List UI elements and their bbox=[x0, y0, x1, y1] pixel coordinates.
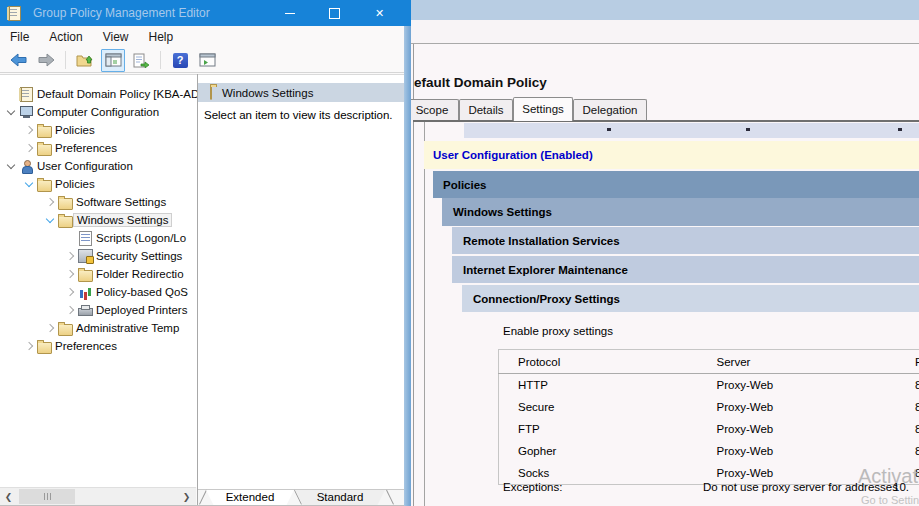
tree-item-windows-settings[interactable]: Windows Settings bbox=[0, 211, 197, 229]
report-left-border bbox=[424, 122, 425, 506]
background-toolbar-strip bbox=[411, 20, 919, 44]
tab-details[interactable]: Details bbox=[459, 99, 513, 120]
tab-extended[interactable]: Extended bbox=[206, 490, 294, 506]
window-right-border[interactable] bbox=[404, 26, 411, 506]
gpo-report-title: efault Domain Policy bbox=[414, 75, 547, 90]
col-protocol: Protocol bbox=[499, 350, 716, 374]
chevron-collapsed-icon[interactable] bbox=[43, 199, 57, 205]
tree-item-user-configuration[interactable]: User Configuration bbox=[0, 157, 197, 175]
tab-scope[interactable]: Scope bbox=[405, 99, 459, 120]
scroll-left-button[interactable]: ❮ bbox=[0, 488, 17, 505]
forward-button[interactable] bbox=[35, 50, 57, 71]
close-icon: ✕ bbox=[375, 8, 384, 19]
tab-standard[interactable]: Standard bbox=[295, 490, 385, 506]
chevron-collapsed-icon[interactable] bbox=[22, 127, 36, 133]
menu-view[interactable]: View bbox=[93, 30, 139, 44]
table-row: Secure Proxy-Web 8080 bbox=[499, 396, 919, 418]
cell-protocol: Secure bbox=[499, 396, 716, 418]
scroll-right-button[interactable]: ❯ bbox=[178, 488, 195, 505]
show-console-tree-button[interactable] bbox=[101, 49, 125, 72]
back-button[interactable] bbox=[8, 50, 30, 71]
proxy-table-header: Protocol Server Port bbox=[499, 350, 919, 374]
printer-icon bbox=[77, 305, 93, 316]
close-button[interactable]: ✕ bbox=[357, 0, 402, 26]
results-pane-header[interactable]: Windows Settings bbox=[198, 83, 404, 102]
cell-port: 8080 bbox=[914, 440, 919, 462]
section-connection-proxy-settings[interactable]: Connection/Proxy Settings bbox=[462, 285, 919, 312]
folder-icon bbox=[36, 177, 52, 192]
cell-server: Proxy-Web bbox=[716, 374, 914, 397]
chevron-collapsed-icon[interactable] bbox=[63, 271, 77, 277]
tab-settings[interactable]: Settings bbox=[513, 97, 573, 121]
tree-item-default-domain-policy[interactable]: Default Domain Policy [KBA-AD bbox=[0, 85, 197, 103]
menu-action[interactable]: Action bbox=[39, 30, 92, 44]
export-list-button[interactable] bbox=[130, 50, 152, 71]
minimize-button[interactable] bbox=[267, 0, 312, 26]
exceptions-label: Exceptions: bbox=[503, 481, 562, 493]
results-description: Select an item to view its description. bbox=[204, 109, 393, 121]
menu-file[interactable]: File bbox=[10, 30, 39, 44]
group-policy-editor-window: Group Policy Management Editor ✕ File Ac… bbox=[0, 0, 411, 506]
maximize-button[interactable] bbox=[312, 0, 357, 26]
gpmc-console-window: efault Domain Policy Scope Details Setti… bbox=[411, 0, 919, 506]
toolbar-separator bbox=[65, 51, 66, 69]
help-icon: ? bbox=[173, 53, 188, 68]
toolbar-separator bbox=[160, 51, 161, 69]
chevron-collapsed-icon[interactable] bbox=[22, 145, 36, 151]
chevron-collapsed-icon[interactable] bbox=[63, 289, 77, 295]
chevron-collapsed-icon[interactable] bbox=[63, 307, 77, 313]
table-row: FTP Proxy-Web 8080 bbox=[499, 418, 919, 440]
section-user-configuration[interactable]: User Configuration (Enabled) bbox=[424, 141, 919, 169]
tree-item-policy-based-qos[interactable]: Policy-based QoS bbox=[0, 283, 197, 301]
gpo-tab-strip: Scope Details Settings Delegation bbox=[411, 97, 919, 120]
tree-item-preferences-user[interactable]: Preferences bbox=[0, 337, 197, 355]
tree-item-preferences-computer[interactable]: Preferences bbox=[0, 139, 197, 157]
menu-help[interactable]: Help bbox=[139, 30, 184, 44]
chevron-expanded-icon[interactable] bbox=[4, 164, 18, 168]
proxy-table: Protocol Server Port HTTP Proxy-Web 8080… bbox=[498, 349, 919, 485]
col-port: Port bbox=[914, 350, 919, 374]
activate-windows-watermark-line2: Go to Settings to activate Windows. bbox=[861, 494, 919, 506]
tree-item-scripts[interactable]: Scripts (Logon/Lo bbox=[0, 229, 197, 247]
tree-item-software-settings[interactable]: Software Settings bbox=[0, 193, 197, 211]
chevron-collapsed-icon[interactable] bbox=[43, 325, 57, 331]
window-title: Group Policy Management Editor bbox=[33, 6, 210, 20]
back-arrow-icon bbox=[10, 53, 28, 67]
section-remote-installation-services[interactable]: Remote Installation Services bbox=[452, 227, 919, 254]
scrollbar-thumb[interactable] bbox=[19, 489, 75, 504]
tree-item-computer-configuration[interactable]: Computer Configuration bbox=[0, 103, 197, 121]
section-policies[interactable]: Policies bbox=[433, 171, 919, 198]
help-button[interactable]: ? bbox=[169, 50, 191, 71]
up-one-level-button[interactable] bbox=[74, 50, 96, 71]
tab-delegation[interactable]: Delegation bbox=[573, 99, 647, 120]
scrolled-section-band[interactable] bbox=[464, 123, 919, 138]
section-internet-explorer-maintenance[interactable]: Internet Explorer Maintenance bbox=[452, 256, 919, 283]
chevron-expanded-icon[interactable] bbox=[22, 182, 36, 186]
chevron-expanded-icon[interactable] bbox=[43, 218, 57, 222]
show-window-button[interactable] bbox=[196, 50, 218, 71]
tab-content-border bbox=[413, 120, 919, 122]
cell-protocol: Gopher bbox=[499, 440, 716, 462]
console-tree: Default Domain Policy [KBA-AD Computer C… bbox=[0, 85, 197, 355]
title-bar[interactable]: Group Policy Management Editor ✕ bbox=[0, 0, 411, 26]
cell-port: 8080 bbox=[914, 374, 919, 397]
section-windows-settings[interactable]: Windows Settings bbox=[442, 198, 919, 226]
forward-arrow-icon bbox=[37, 53, 55, 67]
export-list-icon bbox=[132, 53, 150, 68]
col-server: Server bbox=[716, 350, 914, 374]
results-pane: Windows Settings Select an item to view … bbox=[198, 74, 404, 490]
tree-item-policies-user[interactable]: Policies bbox=[0, 175, 197, 193]
tree-item-policies-computer[interactable]: Policies bbox=[0, 121, 197, 139]
cell-port: 8080 bbox=[914, 418, 919, 440]
tree-item-folder-redirection[interactable]: Folder Redirectio bbox=[0, 265, 197, 283]
tree-item-security-settings[interactable]: Security Settings bbox=[0, 247, 197, 265]
chevron-collapsed-icon[interactable] bbox=[63, 253, 77, 259]
tree-item-deployed-printers[interactable]: Deployed Printers bbox=[0, 301, 197, 319]
chevron-collapsed-icon[interactable] bbox=[22, 343, 36, 349]
tree-item-administrative-templates[interactable]: Administrative Temp bbox=[0, 319, 197, 337]
chevron-expanded-icon[interactable] bbox=[4, 110, 18, 114]
tree-horizontal-scrollbar[interactable]: ❮ ❯ bbox=[0, 487, 196, 505]
window-icon bbox=[199, 53, 216, 67]
cell-server: Proxy-Web bbox=[716, 418, 914, 440]
computer-icon bbox=[18, 106, 34, 119]
